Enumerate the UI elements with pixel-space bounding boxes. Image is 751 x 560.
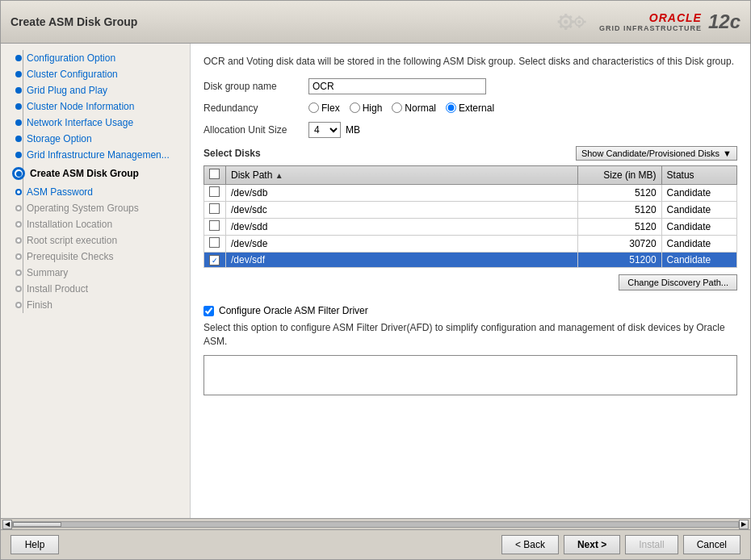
sidebar-item-network-interface[interactable]: Network Interface Usage: [1, 115, 190, 131]
row-checkbox[interactable]: [209, 237, 220, 248]
row-checkbox-cell[interactable]: [204, 184, 226, 201]
redundancy-row: Redundancy Flex High Normal External: [203, 102, 737, 114]
sidebar-item-grid-plug-play[interactable]: Grid Plug and Play: [1, 82, 190, 98]
row-checkbox-cell[interactable]: [204, 201, 226, 218]
disks-dropdown-label: Show Candidate/Provisioned Disks: [581, 148, 720, 158]
row-path: /dev/sdb: [225, 184, 577, 201]
change-discovery-path-button[interactable]: Change Discovery Path...: [619, 274, 737, 290]
title-bar-left: Create ASM Disk Group: [10, 15, 137, 28]
sidebar-label-install-product: Install Product: [27, 283, 88, 295]
svg-rect-14: [573, 21, 575, 23]
scroll-track: [12, 521, 739, 528]
sidebar-active-link[interactable]: Create ASM Disk Group: [30, 168, 139, 179]
sidebar-dot: [15, 152, 22, 158]
sidebar-label-os-groups: Operating System Groups: [27, 203, 139, 214]
row-size: 5120: [577, 218, 661, 235]
table-row-selected[interactable]: ✓ /dev/sdf 51200 Candidate: [204, 252, 737, 268]
row-checkbox[interactable]: [209, 203, 220, 214]
sidebar-link-network-interface[interactable]: Network Interface Usage: [27, 117, 133, 128]
redundancy-label: Redundancy: [203, 102, 308, 114]
radio-high-label: High: [363, 102, 383, 114]
oracle-logo: ORACLE GRID INFRASTRUCTURE 12c: [552, 6, 741, 38]
th-disk-path: Disk Path ▲: [225, 165, 577, 184]
sidebar-item-config-option[interactable]: Configuration Option: [1, 50, 190, 66]
sidebar-item-asm-password[interactable]: ASM Password: [1, 184, 190, 200]
sidebar-item-grid-infra-mgmt[interactable]: Grid Infrastructure Managemen...: [1, 147, 190, 163]
main-window: Create ASM Disk Group: [0, 0, 751, 560]
afd-textarea[interactable]: [203, 355, 737, 395]
radio-flex[interactable]: Flex: [308, 102, 340, 114]
afd-checkbox[interactable]: [203, 306, 214, 316]
row-checkbox[interactable]: [209, 220, 220, 231]
svg-rect-4: [558, 20, 561, 23]
radio-normal[interactable]: Normal: [392, 102, 436, 114]
install-button: Install: [625, 535, 678, 554]
sidebar-dot: [15, 87, 22, 94]
header-checkbox[interactable]: [209, 169, 220, 179]
row-status: Candidate: [661, 184, 736, 201]
redundancy-radio-group: Flex High Normal External: [308, 102, 494, 114]
main-content-panel: OCR and Voting disk data will be stored …: [191, 44, 750, 518]
row-size: 5120: [577, 201, 661, 218]
sidebar-label-root-script: Root script execution: [27, 235, 117, 246]
sidebar-dot: [15, 55, 22, 61]
row-checkbox-checked[interactable]: ✓: [209, 255, 220, 265]
scroll-left-arrow[interactable]: ◀: [2, 520, 12, 529]
discovery-row: Change Discovery Path...: [203, 274, 737, 297]
row-checkbox-cell-selected[interactable]: ✓: [204, 252, 226, 268]
th-size: Size (in MB): [577, 165, 661, 184]
radio-external[interactable]: External: [446, 102, 494, 114]
row-path-selected: /dev/sdf: [225, 252, 577, 268]
sidebar-link-grid-infra-mgmt[interactable]: Grid Infrastructure Managemen...: [27, 149, 170, 161]
row-checkbox-cell[interactable]: [204, 218, 226, 235]
footer-left: Help: [10, 535, 59, 554]
sidebar-link-grid-plug-play[interactable]: Grid Plug and Play: [27, 85, 107, 96]
alloc-unit-select[interactable]: 4 8 16: [308, 122, 341, 138]
sidebar-dot: [15, 136, 22, 142]
sidebar-link-asm-password[interactable]: ASM Password: [27, 186, 93, 198]
table-row[interactable]: /dev/sdc 5120 Candidate: [204, 201, 737, 218]
radio-flex-label: Flex: [321, 102, 340, 114]
afd-description: Select this option to configure ASM Filt…: [203, 321, 737, 349]
svg-rect-3: [564, 27, 567, 30]
svg-rect-2: [564, 14, 567, 17]
select-disks-label: Select Disks: [203, 148, 261, 159]
chevron-down-icon: ▼: [723, 148, 732, 158]
table-row[interactable]: /dev/sdd 5120 Candidate: [204, 218, 737, 235]
sidebar-item-os-groups: Operating System Groups: [1, 200, 190, 216]
oracle-brand: ORACLE: [649, 11, 702, 24]
scroll-right-arrow[interactable]: ▶: [739, 520, 749, 529]
sidebar-dot: [15, 302, 22, 308]
sidebar-dot: [15, 103, 22, 110]
sidebar-item-cluster-config[interactable]: Cluster Configuration: [1, 66, 190, 82]
sidebar-item-cluster-node-info[interactable]: Cluster Node Information: [1, 98, 190, 115]
sidebar-label-summary: Summary: [27, 267, 68, 278]
disks-dropdown-button[interactable]: Show Candidate/Provisioned Disks ▼: [576, 146, 737, 161]
sidebar-link-cluster-node-info[interactable]: Cluster Node Information: [27, 101, 134, 112]
table-row[interactable]: /dev/sde 30720 Candidate: [204, 235, 737, 252]
alloc-unit-label: Allocation Unit Size: [203, 124, 308, 136]
radio-high[interactable]: High: [350, 102, 383, 114]
cancel-button[interactable]: Cancel: [683, 535, 741, 554]
sidebar-link-cluster-config[interactable]: Cluster Configuration: [27, 69, 118, 80]
row-checkbox[interactable]: [209, 186, 220, 197]
row-checkbox-cell[interactable]: [204, 235, 226, 252]
sidebar-item-create-asm: Create ASM Disk Group: [1, 165, 190, 182]
help-button[interactable]: Help: [10, 535, 59, 554]
window-title: Create ASM Disk Group: [10, 15, 137, 28]
oracle-sub: GRID INFRASTRUCTURE: [599, 24, 702, 32]
sidebar-link-config-option[interactable]: Configuration Option: [27, 52, 115, 64]
sidebar-item-prereq-checks: Prerequisite Checks: [1, 249, 190, 265]
back-button[interactable]: < Back: [501, 535, 559, 554]
sidebar-link-storage-option[interactable]: Storage Option: [27, 133, 92, 144]
disk-group-name-label: Disk group name: [203, 81, 308, 92]
oracle-text: ORACLE GRID INFRASTRUCTURE: [599, 11, 702, 32]
table-row[interactable]: /dev/sdb 5120 Candidate: [204, 184, 737, 201]
next-button[interactable]: Next >: [564, 535, 620, 554]
row-status: Candidate: [661, 218, 736, 235]
sidebar-item-storage-option[interactable]: Storage Option: [1, 131, 190, 147]
sidebar-item-summary: Summary: [1, 265, 190, 281]
scroll-thumb[interactable]: [13, 522, 61, 527]
disk-group-name-input[interactable]: [308, 78, 486, 94]
afd-checkbox-row: Configure Oracle ASM Filter Driver: [203, 305, 737, 316]
